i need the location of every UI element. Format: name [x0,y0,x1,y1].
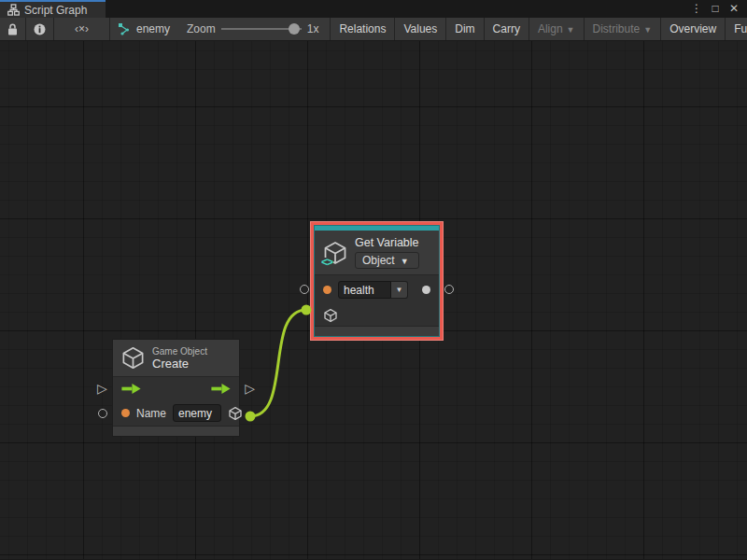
variable-name-row: ▼ [315,275,439,304]
info-button[interactable] [26,18,54,40]
dim-button-label: Dim [455,22,474,35]
get-variable-title: Get Variable [355,236,419,249]
create-node-header: Game Object Create [113,340,239,376]
fullscreen-button-label: Full Screen [734,22,747,35]
carry-button[interactable]: Carry [485,18,529,40]
create-node-footer [113,426,239,436]
distribute-button-label: Distribute [593,22,641,35]
relations-button-label: Relations [339,22,386,35]
inspect-code-button[interactable]: ‹×› [54,18,110,40]
zoom-label: Zoom [187,22,216,35]
breadcrumb-graph-name[interactable]: enemy [136,22,170,35]
align-button-label: Align [538,22,563,35]
variable-select-button[interactable]: ▼ [391,281,408,299]
create-flow-row: ▷ ▷ [113,377,239,400]
values-button[interactable]: Values [395,18,446,40]
flow-input-port[interactable]: ▷ [97,382,107,395]
create-node-kind: Game Object [152,346,207,357]
node-create-game-object[interactable]: Game Object Create ▷ ▷ Name [112,339,240,437]
chevron-down-icon: ▼ [643,26,652,35]
graph-node-icon [118,22,131,35]
close-icon[interactable]: ✕ [726,1,741,17]
overview-button-label: Overview [669,22,716,35]
graph-toolbar: ‹×› enemy Zoom 1x Relations Values Dim C… [0,18,747,41]
fullscreen-button[interactable]: Full Screen [726,18,747,40]
relations-button[interactable]: Relations [331,18,395,40]
zoom-value: 1x [307,22,319,35]
variable-name-input-group: ▼ [338,281,408,299]
game-object-output-cube-icon[interactable] [228,406,243,421]
chevron-down-icon: ▼ [401,258,409,266]
carry-button-label: Carry [493,22,520,35]
zoom-slider-handle[interactable] [289,23,300,35]
flow-exit-arrow-icon[interactable] [211,384,231,394]
value-output-dot[interactable] [422,286,430,294]
lock-button[interactable] [0,18,26,40]
graph-canvas[interactable]: Game Object Create ▷ ▷ Name [0,41,747,559]
code-icon: ‹×› [75,22,89,35]
info-icon [34,23,46,35]
variable-cube-icon: <> [322,240,348,266]
distribute-button[interactable]: Distribute ▼ [585,18,662,40]
create-node-title: Create [152,357,207,371]
game-object-cube-icon [120,345,146,371]
tab-script-graph[interactable]: Script Graph [0,0,106,18]
wire-create-to-getvariable[interactable] [250,310,306,416]
values-button-label: Values [403,22,437,35]
get-variable-header: <> Get Variable Object ▼ [315,231,439,274]
align-button[interactable]: Align ▼ [529,18,585,40]
maximize-icon[interactable]: □ [708,1,723,17]
variable-scope-value: Object [362,254,395,267]
window-menu-icon[interactable]: ⋮ [689,1,704,17]
variable-name-input-port[interactable] [300,285,309,294]
graph-breadcrumb-zoom-section: enemy Zoom 1x [110,18,331,40]
zoom-slider[interactable] [221,22,302,35]
dim-button[interactable]: Dim [446,18,484,40]
window-titlebar: Script Graph ⋮ □ ✕ [0,0,747,18]
chevron-down-icon: ▼ [567,26,575,35]
string-value-dot[interactable] [121,409,130,417]
object-input-cube-icon[interactable] [323,308,338,323]
tab-title: Script Graph [24,4,87,17]
name-field-label: Name [136,407,166,420]
name-input-port[interactable] [98,409,107,418]
value-output-port[interactable] [444,285,454,294]
name-input[interactable] [173,404,221,422]
string-value-dot[interactable] [323,286,331,294]
variable-angle-brackets-icon: <> [320,258,333,268]
flow-output-port[interactable]: ▷ [245,382,255,395]
overview-button[interactable]: Overview [661,18,726,40]
variable-scope-dropdown[interactable]: Object ▼ [355,252,419,269]
variable-name-input[interactable] [338,281,391,299]
create-name-row: Name [113,400,239,426]
window-controls: ⋮ □ ✕ [689,0,747,18]
graph-hierarchy-icon [7,4,20,16]
object-input-row [315,304,439,326]
flow-enter-arrow-icon[interactable] [121,384,141,394]
node-get-variable[interactable]: <> Get Variable Object ▼ ▼ [314,225,440,337]
get-variable-footer [315,326,439,336]
chevron-down-icon: ▼ [396,286,403,294]
lock-icon [7,23,18,35]
